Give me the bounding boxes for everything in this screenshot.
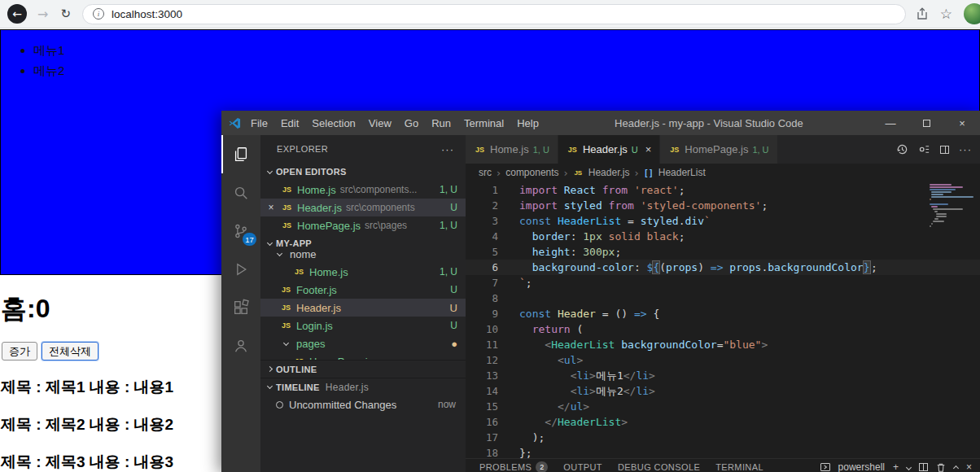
code-line-3[interactable]: 3const HeaderList = styled.div` — [466, 213, 980, 229]
url-text[interactable]: localhost:3000 — [112, 8, 182, 20]
run-debug-icon[interactable] — [221, 250, 260, 288]
account-icon[interactable] — [221, 326, 260, 365]
code-editor[interactable]: 1import React from 'react';2import style… — [466, 181, 980, 458]
code-line-16[interactable]: 16 </HeaderList> — [466, 414, 980, 430]
editor-tabbar: JS Home.js 1, U JS Header.js U × JS Home… — [466, 135, 980, 164]
breadcrumb-components[interactable]: components — [505, 167, 558, 178]
panel-tab-terminal[interactable]: TERMINAL — [715, 462, 763, 472]
code-line-17[interactable]: 17 ); — [466, 430, 980, 445]
close-tab-icon[interactable]: × — [645, 143, 652, 155]
profile-avatar[interactable] — [964, 3, 980, 24]
close-editor-icon[interactable]: × — [265, 202, 277, 213]
timeline-entry[interactable]: Uncommitted Changes now — [260, 396, 466, 413]
menu-terminal[interactable]: Terminal — [457, 117, 510, 129]
minimize-button[interactable]: — — [873, 111, 908, 135]
activity-bar: 17 — [221, 135, 260, 472]
panel-tab-debug-console[interactable]: DEBUG CONSOLE — [618, 462, 700, 472]
more-actions-icon[interactable]: ··· — [441, 143, 454, 155]
code-line-10[interactable]: 10 return ( — [466, 321, 980, 337]
project-root-header[interactable]: MY-APP — [260, 234, 466, 252]
minimap[interactable] — [930, 184, 977, 227]
open-editor-homepage-js[interactable]: JS HomePage.js src\pages 1, U — [260, 216, 466, 234]
timeline-header[interactable]: TIMELINE Header.js — [260, 378, 466, 396]
browser-forward-button[interactable]: → — [37, 7, 48, 22]
menu-go[interactable]: Go — [398, 117, 425, 129]
back-arrow-icon: ← — [12, 7, 22, 20]
code-line-7[interactable]: 7`; — [466, 275, 980, 291]
timeline-history-icon[interactable] — [896, 143, 908, 155]
code-line-5[interactable]: 5 height: 300px; — [466, 244, 980, 260]
tree-item-home-folder[interactable]: home — [260, 252, 466, 263]
increase-button[interactable]: 증가 — [2, 342, 37, 361]
browser-back-button[interactable]: ← — [7, 4, 27, 24]
menu-help[interactable]: Help — [510, 117, 545, 129]
code-line-11[interactable]: 11 <HeaderList backgroundColor="blue"> — [466, 337, 980, 352]
breadcrumb-src[interactable]: src — [479, 167, 492, 178]
open-editor-home-js[interactable]: JS Home.js src\components... 1, U — [260, 181, 466, 199]
terminal-shell-name[interactable]: powershell — [838, 461, 885, 472]
open-editor-header-js[interactable]: × JS Header.js src\components U — [260, 199, 466, 216]
js-file-icon: JS — [567, 146, 579, 154]
chevron-down-icon — [267, 239, 273, 245]
code-line-8[interactable]: 8 — [466, 291, 980, 306]
code-line-2[interactable]: 2import styled from 'styled-components'; — [466, 198, 980, 213]
split-editor-icon[interactable] — [940, 146, 949, 154]
code-line-1[interactable]: 1import React from 'react'; — [466, 182, 980, 198]
site-info-icon[interactable]: i — [93, 8, 104, 20]
browser-reload-button[interactable]: ↻ — [60, 7, 71, 21]
maximize-button[interactable] — [908, 111, 944, 135]
code-line-4[interactable]: 4 border: 1px solid black; — [466, 229, 980, 244]
js-file-icon: JS — [280, 304, 292, 312]
menu-view[interactable]: View — [362, 117, 398, 129]
code-line-18[interactable]: 18}; — [466, 445, 980, 458]
code-line-6[interactable]: 6 background-color: ${(props) => props.b… — [466, 260, 980, 275]
chevron-down-icon — [283, 339, 289, 345]
code-line-14[interactable]: 14 <li>메뉴2</li> — [466, 383, 980, 399]
tree-item-pages-folder[interactable]: pages ● — [260, 334, 466, 352]
breadcrumb-symbol[interactable]: HeaderList — [658, 167, 706, 178]
close-window-button[interactable]: × — [944, 111, 980, 135]
vscode-window: File Edit Selection View Go Run Terminal… — [221, 111, 980, 472]
code-line-15[interactable]: 15 </ul> — [466, 399, 980, 414]
more-actions-icon[interactable]: ··· — [959, 143, 972, 155]
new-terminal-icon[interactable]: + — [893, 461, 899, 472]
tab-homepage-js[interactable]: JS HomePage.js 1, U — [660, 135, 777, 164]
browser-address-bar[interactable]: i localhost:3000 — [82, 4, 906, 24]
tree-item-login-js[interactable]: JS Login.js U — [260, 317, 466, 334]
close-panel-icon[interactable]: × — [966, 461, 972, 472]
menu-selection[interactable]: Selection — [305, 117, 361, 129]
tree-item-homepage-js[interactable]: JS HomePage.js — [260, 352, 466, 360]
clear-all-button[interactable]: 전체삭제 — [42, 342, 98, 361]
open-editors-header[interactable]: OPEN EDITORS — [260, 163, 466, 181]
panel-tab-output[interactable]: OUTPUT — [563, 462, 602, 472]
code-line-9[interactable]: 9const Header = () => { — [466, 306, 980, 321]
outline-header[interactable]: OUTLINE — [260, 360, 466, 378]
tab-home-js[interactable]: JS Home.js 1, U — [466, 135, 558, 164]
tree-item-home-js[interactable]: JS Home.js 1, U — [260, 263, 466, 281]
panel-tabs: PROBLEMS 2 OUTPUT DEBUG CONSOLE TERMINAL — [479, 461, 763, 472]
explorer-icon[interactable] — [221, 135, 260, 173]
code-line-12[interactable]: 12 <ul> — [466, 352, 980, 368]
breadcrumb-file[interactable]: Header.js — [588, 167, 630, 178]
split-terminal-icon[interactable] — [919, 463, 928, 471]
menu-edit[interactable]: Edit — [274, 117, 305, 129]
search-icon[interactable] — [221, 173, 260, 212]
kill-terminal-icon[interactable] — [936, 462, 946, 472]
code-lines[interactable]: 1import React from 'react';2import style… — [466, 182, 980, 458]
menu-run[interactable]: Run — [425, 117, 457, 129]
tree-item-footer-js[interactable]: JS Footer.js U — [260, 281, 466, 299]
chevron-down-icon[interactable] — [906, 464, 912, 470]
vscode-titlebar[interactable]: File Edit Selection View Go Run Terminal… — [221, 111, 980, 135]
source-control-icon[interactable]: 17 — [221, 212, 260, 250]
open-changes-icon[interactable] — [918, 143, 930, 155]
share-icon[interactable] — [916, 7, 929, 20]
menu-file[interactable]: File — [244, 117, 274, 129]
code-line-13[interactable]: 13 <li>메뉴1</li> — [466, 368, 980, 383]
chevron-up-icon[interactable] — [953, 465, 959, 471]
extensions-icon[interactable] — [221, 288, 260, 326]
editor-area: JS Home.js 1, U JS Header.js U × JS Home… — [466, 135, 980, 472]
tree-item-header-js[interactable]: JS Header.js U — [260, 299, 466, 317]
tab-header-js[interactable]: JS Header.js U × — [558, 135, 660, 164]
panel-tab-problems[interactable]: PROBLEMS 2 — [479, 461, 548, 472]
bookmark-star-icon[interactable]: ☆ — [940, 6, 952, 22]
